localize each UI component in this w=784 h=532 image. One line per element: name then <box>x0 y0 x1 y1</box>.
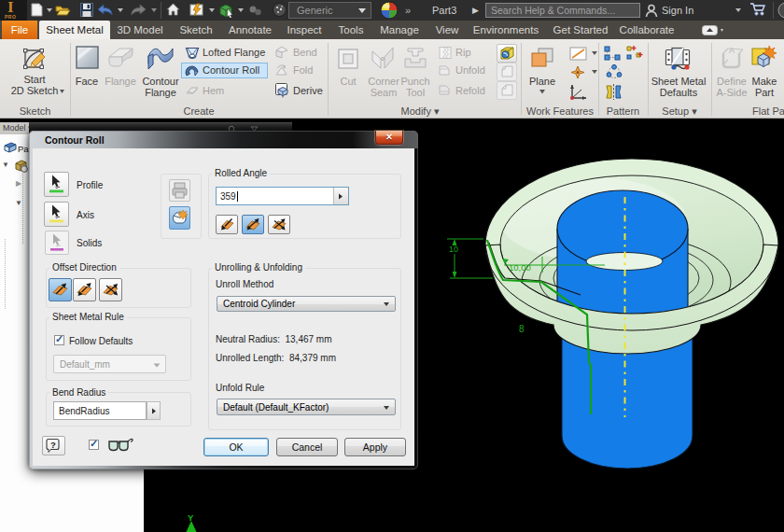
svg-text:Y: Y <box>188 512 194 523</box>
svg-text:10: 10 <box>449 245 458 254</box>
svg-text:A: A <box>729 46 735 55</box>
svg-text:10,00: 10,00 <box>509 262 531 273</box>
svg-text:?: ? <box>50 440 56 450</box>
svg-text:8: 8 <box>519 324 525 334</box>
